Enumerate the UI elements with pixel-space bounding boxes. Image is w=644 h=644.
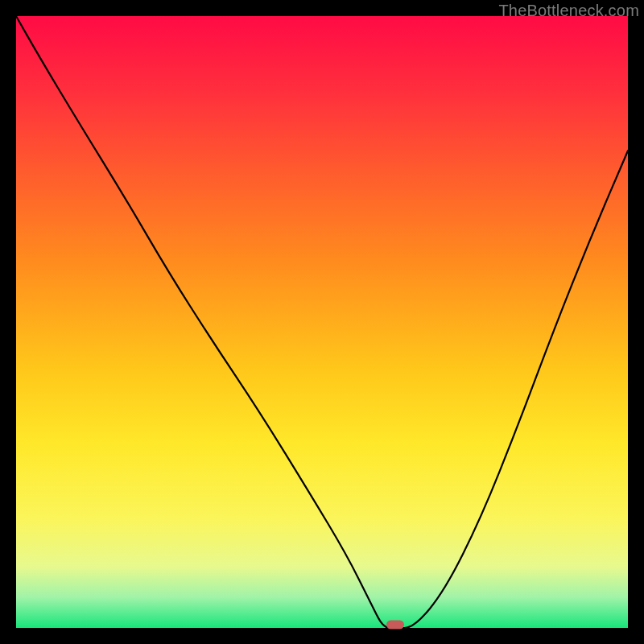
plot-area [16, 16, 628, 628]
watermark-text: TheBottleneck.com [498, 2, 639, 20]
optimal-point-marker [386, 621, 404, 630]
bottleneck-curve [16, 16, 628, 628]
chart-frame: TheBottleneck.com [0, 0, 644, 644]
